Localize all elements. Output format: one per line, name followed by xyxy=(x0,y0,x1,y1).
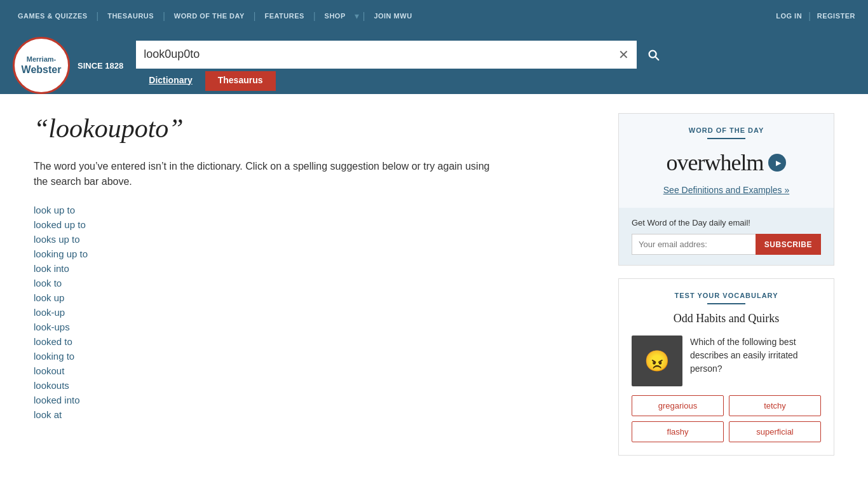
nav-join-mwu[interactable]: JOIN MWU xyxy=(369,12,417,20)
suggestion-link[interactable]: look-ups xyxy=(34,322,599,332)
vocab-divider xyxy=(707,303,745,304)
search-icon xyxy=(646,48,660,62)
suggestion-list: look up tolooked up tolooks up tolooking… xyxy=(34,205,599,420)
vocab-option-button[interactable]: superficial xyxy=(729,421,821,442)
clear-button[interactable]: ✕ xyxy=(611,47,637,62)
email-input[interactable] xyxy=(632,234,756,255)
search-tabs: Dictionary Thesaurus xyxy=(136,71,670,91)
logo-area: Merriam- Webster SINCE 1828 xyxy=(13,37,123,94)
logo-line2: Webster xyxy=(22,64,62,76)
suggestion-link[interactable]: look at xyxy=(34,409,599,420)
header-main: Merriam- Webster SINCE 1828 ✕ Dictionary… xyxy=(0,32,868,94)
suggestion-link[interactable]: look up to xyxy=(34,205,599,215)
search-area: ✕ Dictionary Thesaurus xyxy=(136,41,855,91)
nav-divider-5: ▾ xyxy=(355,11,359,21)
content-right: WORD OF THE DAY overwhelm See Definition… xyxy=(618,113,834,456)
wotd-section: WORD OF THE DAY overwhelm See Definition… xyxy=(619,114,834,208)
suggestion-link[interactable]: looked into xyxy=(34,395,599,405)
suggestion-link[interactable]: looked to xyxy=(34,336,599,347)
search-button[interactable] xyxy=(637,41,670,69)
since-label: SINCE 1828 xyxy=(78,61,123,71)
logo[interactable]: Merriam- Webster xyxy=(13,37,70,94)
suggestion-link[interactable]: look-up xyxy=(34,307,599,318)
logo-line1: Merriam- xyxy=(27,55,56,64)
vocab-question: Which of the following best describes an… xyxy=(690,336,821,386)
wotd-box: WORD OF THE DAY overwhelm See Definition… xyxy=(618,113,834,266)
vocab-image-row: 😠 Which of the following best describes … xyxy=(632,336,821,386)
nav-shop[interactable]: SHOP xyxy=(320,12,351,20)
tab-dictionary[interactable]: Dictionary xyxy=(136,71,205,91)
register-link[interactable]: REGISTER xyxy=(817,12,855,20)
nav-divider-1: | xyxy=(97,11,99,21)
vocab-option-button[interactable]: gregarious xyxy=(632,395,724,416)
suggestion-link[interactable]: look into xyxy=(34,263,599,274)
vocab-options: gregarioustetchyflashysuperficial xyxy=(632,395,821,442)
audio-button[interactable] xyxy=(768,154,786,172)
suggestion-link[interactable]: looked up to xyxy=(34,219,599,230)
wotd-word: overwhelm xyxy=(632,149,821,176)
wotd-divider xyxy=(707,138,745,139)
nav-games-quizzes[interactable]: GAMES & QUIZZES xyxy=(13,12,93,20)
vocab-option-button[interactable]: flashy xyxy=(632,421,724,442)
search-input[interactable] xyxy=(136,41,611,69)
page-title: “lookoupoto” xyxy=(34,113,599,144)
vocab-section: TEST YOUR VOCABULARY Odd Habits and Quir… xyxy=(618,278,834,456)
wotd-definitions-link[interactable]: See Definitions and Examples » xyxy=(632,185,821,195)
vocab-image: 😠 xyxy=(632,336,682,386)
auth-nav: LOG IN | REGISTER xyxy=(776,11,855,21)
suggestion-link[interactable]: look up xyxy=(34,292,599,303)
vocab-option-button[interactable]: tetchy xyxy=(729,395,821,416)
nav-divider-6: | xyxy=(363,11,365,21)
nav-word-of-day[interactable]: WORD OF THE DAY xyxy=(169,12,250,20)
email-label: Get Word of the Day daily email! xyxy=(632,218,821,227)
nav-features[interactable]: FEATURES xyxy=(259,12,309,20)
top-bar: GAMES & QUIZZES | THESAURUS | WORD OF TH… xyxy=(0,0,868,32)
nav-thesaurus[interactable]: THESAURUS xyxy=(102,12,159,20)
top-nav: GAMES & QUIZZES | THESAURUS | WORD OF TH… xyxy=(13,11,417,21)
email-form: SUBSCRIBE xyxy=(632,234,821,255)
tab-thesaurus[interactable]: Thesaurus xyxy=(205,71,276,91)
vocab-emoji: 😠 xyxy=(644,349,670,373)
login-link[interactable]: LOG IN xyxy=(776,12,802,20)
suggestion-link[interactable]: lookout xyxy=(34,365,599,376)
suggestion-link[interactable]: looking to xyxy=(34,351,599,362)
search-bar: ✕ xyxy=(136,41,670,69)
content-left: “lookoupoto” The word you’ve entered isn… xyxy=(34,113,599,456)
wotd-label: WORD OF THE DAY xyxy=(632,126,821,134)
email-section: Get Word of the Day daily email! SUBSCRI… xyxy=(619,208,834,265)
main-content: “lookoupoto” The word you’ve entered isn… xyxy=(21,94,847,475)
suggestion-link[interactable]: looks up to xyxy=(34,234,599,245)
auth-divider: | xyxy=(808,11,811,21)
subscribe-button[interactable]: SUBSCRIBE xyxy=(756,234,821,255)
nav-divider-2: | xyxy=(163,11,165,21)
not-found-message: The word you’ve entered isn’t in the dic… xyxy=(34,159,491,189)
suggestion-link[interactable]: look to xyxy=(34,278,599,288)
wotd-word-text: overwhelm xyxy=(667,149,764,176)
suggestion-link[interactable]: looking up to xyxy=(34,248,599,259)
vocab-label: TEST YOUR VOCABULARY xyxy=(632,292,821,299)
vocab-title: Odd Habits and Quirks xyxy=(632,312,821,325)
nav-divider-3: | xyxy=(254,11,256,21)
suggestion-link[interactable]: lookouts xyxy=(34,380,599,391)
nav-divider-4: | xyxy=(313,11,316,21)
